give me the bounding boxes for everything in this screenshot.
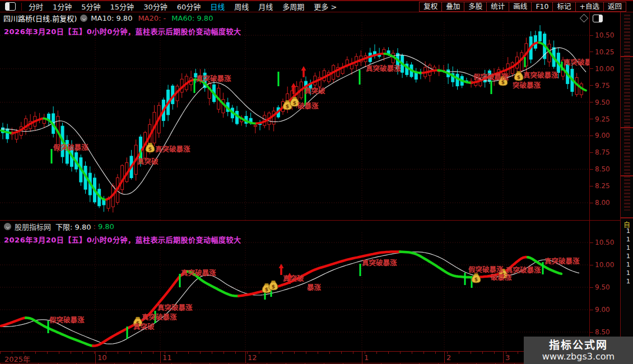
svg-text:真突破暴涨: 真突破暴涨 bbox=[564, 58, 589, 67]
watermark: 指标公式网 www.zbgs3.com bbox=[524, 337, 633, 364]
svg-text:真突破暴涨: 真突破暴涨 bbox=[157, 304, 193, 312]
date-label-1: 1 bbox=[364, 353, 369, 362]
indicator-line-chart[interactable]: $$$$$假突破暴涨真突破真突破暴涨真突破暴涨真突破暴涨真突破暴涨真突破暴涨假突… bbox=[0, 232, 589, 351]
price-tick-label: 8.50 bbox=[590, 328, 610, 336]
limit-colon: : bbox=[94, 222, 96, 231]
price-tick-label: 9.25 bbox=[590, 115, 610, 123]
vertical-menu-texture bbox=[624, 15, 630, 211]
strip-divider bbox=[621, 217, 633, 218]
price-tick-label: 8.25 bbox=[590, 182, 610, 190]
price-tick-label: 9.50 bbox=[590, 99, 610, 106]
period-tab-分时[interactable]: 分时 bbox=[29, 1, 43, 12]
price-tick-label: 10.50 bbox=[590, 31, 614, 39]
svg-text:$: $ bbox=[293, 100, 296, 106]
svg-text:真突破: 真突破 bbox=[283, 274, 304, 283]
period-tab-30分钟[interactable]: 30分钟 bbox=[143, 1, 167, 12]
toolbar-buttons: 复权叠加多股统计画线F10标记+自选返回 bbox=[420, 2, 626, 12]
month-divider bbox=[160, 352, 161, 363]
window-icon[interactable] bbox=[5, 2, 16, 11]
svg-text:假突破暴涨: 假突破暴涨 bbox=[49, 316, 85, 324]
toolbar-button-叠加[interactable]: 叠加 bbox=[441, 2, 464, 12]
toolbar-button-多股[interactable]: 多股 bbox=[464, 2, 487, 12]
info-bar: 四川路桥(日线.前复权) MA10: 9.80 MA20: - MA60: 9.… bbox=[0, 13, 633, 23]
chevron-down-icon[interactable] bbox=[80, 15, 87, 22]
svg-text:真突破暴涨: 真突破暴涨 bbox=[366, 64, 401, 73]
ma20-value: MA20: - bbox=[138, 14, 166, 22]
svg-text:$: $ bbox=[474, 277, 478, 282]
sub-chart-note: 2026年3月20日【五】0小时0分钟，蓝柱表示后期股价变动幅度较大 bbox=[4, 234, 241, 245]
split-panel-icon[interactable] bbox=[593, 15, 603, 22]
svg-text:真突破: 真突破 bbox=[137, 157, 159, 166]
right-side-strip[interactable]: 自 1111111 bbox=[620, 12, 633, 362]
svg-text:假突破暴涨: 假突破暴涨 bbox=[473, 73, 509, 81]
svg-text:假突破暴涨: 假突破暴涨 bbox=[53, 143, 89, 152]
chevron-down-icon[interactable] bbox=[4, 223, 11, 230]
date-label-10: 10 bbox=[97, 353, 107, 362]
limit-label: 下限: 9.80 bbox=[55, 221, 91, 232]
price-tick-label: 10.50 bbox=[590, 239, 614, 246]
money-bag-icons: $$$$$ bbox=[133, 269, 508, 326]
price-tick-label: 10.25 bbox=[590, 48, 614, 56]
watermark-url: www.zbgs3.com bbox=[542, 351, 615, 362]
svg-text:破暴涨: 破暴涨 bbox=[297, 102, 319, 110]
period-tab-5分钟[interactable]: 5分钟 bbox=[81, 1, 100, 12]
month-divider bbox=[245, 352, 246, 363]
toolbar-button-统计[interactable]: 统计 bbox=[486, 2, 509, 12]
svg-text:真突破: 真突破 bbox=[133, 323, 155, 331]
toolbar-button-标记[interactable]: 标记 bbox=[552, 2, 575, 12]
period-tab-60分钟[interactable]: 60分钟 bbox=[177, 1, 201, 12]
period-tab-月线[interactable]: 月线 bbox=[258, 1, 273, 12]
strip-divider bbox=[621, 127, 633, 128]
svg-text:暴涨: 暴涨 bbox=[306, 283, 322, 292]
price-tick-label: 8.75 bbox=[590, 148, 610, 156]
month-divider bbox=[95, 352, 96, 363]
date-label-12: 12 bbox=[248, 353, 257, 362]
period-tab-周线[interactable]: 周线 bbox=[234, 1, 249, 12]
toolbar-button-+自选[interactable]: +自选 bbox=[575, 2, 604, 12]
svg-text:$: $ bbox=[517, 74, 520, 80]
indicator-name: 股朋指标网 bbox=[15, 221, 51, 232]
toolbar-button-复权[interactable]: 复权 bbox=[419, 2, 442, 12]
svg-text:真突破暴涨: 真突破暴涨 bbox=[155, 145, 190, 153]
diamond-icon[interactable] bbox=[580, 14, 589, 23]
price-tick-label: 9.50 bbox=[590, 283, 610, 291]
main-candlestick-chart[interactable]: $$$$$假突破暴涨真突破真突破暴涨真突破暴涨真突破破暴涨真突破暴涨假突破暴涨真… bbox=[0, 22, 589, 220]
svg-text:真突破暴涨: 真突破暴涨 bbox=[196, 74, 231, 83]
svg-text:真突破: 真突破 bbox=[304, 87, 325, 95]
price-tick-label: 9.00 bbox=[590, 132, 610, 139]
watchlist-ones: 1111111 bbox=[625, 227, 632, 286]
price-tick-label: 10.00 bbox=[590, 65, 614, 73]
svg-text:真突破暴涨: 真突破暴涨 bbox=[362, 259, 397, 267]
svg-text:$: $ bbox=[272, 284, 275, 290]
svg-text:真突破暴涨: 真突破暴涨 bbox=[181, 269, 216, 277]
price-tick-label: 9.75 bbox=[590, 82, 610, 90]
date-label-11: 11 bbox=[162, 353, 172, 362]
price-tick-label: 8.50 bbox=[590, 165, 610, 173]
price-tick-label: 8.00 bbox=[590, 199, 610, 207]
toolbar-button-F10[interactable]: F10 bbox=[531, 2, 553, 12]
toolbar-button-返回[interactable]: 返回 bbox=[603, 2, 626, 12]
watermark-title: 指标公式网 bbox=[549, 339, 608, 351]
svg-text:$: $ bbox=[286, 104, 289, 109]
month-divider bbox=[503, 352, 504, 363]
price-tick-label: 9.00 bbox=[590, 306, 610, 314]
period-tabs: 分时1分钟5分钟15分钟30分钟60分钟日线周线月线多周期更多 > bbox=[29, 1, 337, 12]
strip-divider bbox=[621, 56, 633, 57]
svg-text:真突破暴涨: 真突破暴涨 bbox=[523, 71, 558, 80]
period-tab-更多 >[interactable]: 更多 > bbox=[314, 1, 337, 12]
svg-text:真突破暴涨: 真突破暴涨 bbox=[142, 313, 177, 321]
top-toolbar: 分时1分钟5分钟15分钟30分钟60分钟日线周线月线多周期更多 > 复权叠加多股… bbox=[0, 0, 633, 12]
svg-text:$: $ bbox=[265, 287, 268, 292]
grid-layer bbox=[0, 22, 588, 220]
period-tab-日线[interactable]: 日线 bbox=[210, 1, 225, 12]
period-tab-1分钟[interactable]: 1分钟 bbox=[53, 1, 72, 12]
svg-text:$: $ bbox=[148, 146, 152, 152]
svg-text:真突破暴涨: 真突破暴涨 bbox=[544, 257, 580, 265]
month-divider bbox=[362, 352, 362, 363]
period-tab-15分钟[interactable]: 15分钟 bbox=[110, 1, 134, 12]
tdx-trading-app: { "toolbar": { "periods": ["分时","1分钟","5… bbox=[0, 0, 633, 364]
panel-divider bbox=[0, 220, 633, 221]
grid-layer bbox=[0, 232, 588, 351]
period-tab-多周期[interactable]: 多周期 bbox=[282, 1, 304, 12]
toolbar-button-画线[interactable]: 画线 bbox=[509, 2, 532, 12]
